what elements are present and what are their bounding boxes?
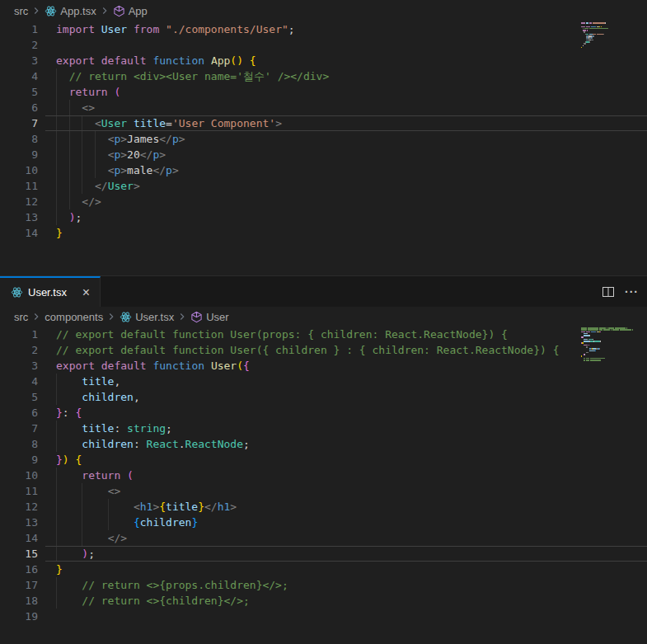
code-line[interactable]: 13 {children}: [0, 515, 647, 530]
indent-guide: [82, 483, 82, 499]
line-number: 8: [0, 131, 38, 147]
code-line[interactable]: 11 <>: [0, 483, 647, 499]
code-line[interactable]: 4 // return <div><User name='철수' /></div…: [0, 68, 647, 84]
code-area[interactable]: 1import User from "./components/User";23…: [0, 21, 647, 241]
minimap[interactable]: [581, 327, 647, 364]
line-number: 7: [0, 115, 38, 131]
line-number: 19: [0, 609, 38, 624]
indent-guide: [69, 162, 70, 178]
chevron-right-icon: [105, 311, 117, 322]
code-line[interactable]: 1import User from "./components/User";: [0, 21, 647, 37]
code-line[interactable]: 19: [0, 609, 647, 624]
code-line[interactable]: 16}: [0, 562, 647, 577]
code-text: <p>James</p>: [0, 131, 647, 147]
code-text: }: [0, 562, 647, 577]
code-line[interactable]: 12 </>: [0, 194, 647, 209]
code-line[interactable]: 3export default function App() {: [0, 53, 647, 68]
line-number: 10: [0, 468, 38, 483]
code-text: title: string;: [0, 421, 647, 436]
code-area[interactable]: 1// export default function User(props: …: [0, 327, 647, 624]
indent-guide: [56, 374, 57, 389]
code-line[interactable]: 10 <p>male</p>: [0, 162, 647, 178]
more-actions-button[interactable]: ···: [625, 285, 639, 298]
breadcrumb-item-src[interactable]: src: [14, 311, 28, 323]
code-line[interactable]: 9}) {: [0, 452, 647, 468]
indent-guide: [56, 421, 57, 436]
tab-user-tsx[interactable]: User.tsx ×: [0, 276, 101, 307]
indent-guide: [69, 100, 70, 115]
minimap-line: [581, 361, 647, 363]
breadcrumb-item-components[interactable]: components: [45, 311, 103, 323]
line-number: 15: [0, 546, 38, 562]
indent-guide: [56, 530, 57, 546]
code-line[interactable]: 8 children: React.ReactNode;: [0, 436, 647, 452]
code-text: }) {: [0, 452, 647, 468]
breadcrumb-item-user-symbol[interactable]: User: [190, 311, 228, 323]
code-line[interactable]: 14}: [0, 225, 647, 241]
line-number: 12: [0, 194, 38, 209]
minimap[interactable]: [581, 22, 647, 49]
code-line[interactable]: 5 return (: [0, 84, 647, 100]
line-number: 4: [0, 374, 38, 389]
breadcrumb-item-user-tsx[interactable]: User.tsx: [120, 311, 174, 323]
symbol-class-icon: [113, 5, 125, 17]
line-number: 14: [0, 530, 38, 546]
breadcrumb-item-src[interactable]: src: [14, 5, 28, 17]
line-number: 1: [0, 327, 38, 342]
indent-guide: [56, 499, 57, 515]
code-text: );: [0, 209, 647, 225]
breadcrumb-item-app-tsx[interactable]: App.tsx: [45, 5, 96, 17]
code-line[interactable]: 9 <p>20</p>: [0, 147, 647, 162]
code-line[interactable]: 1// export default function User(props: …: [0, 327, 647, 342]
code-line[interactable]: 10 return (: [0, 468, 647, 483]
breadcrumb: src components User.tsx User: [0, 307, 647, 327]
indent-guide: [56, 178, 57, 194]
code-line[interactable]: 7 <User title='User Component'>: [0, 115, 647, 131]
code-line[interactable]: 2: [0, 37, 647, 53]
indent-guide: [69, 147, 70, 162]
code-text: </User>: [0, 178, 647, 194]
indent-guide: [56, 115, 57, 131]
indent-guide: [108, 499, 109, 515]
code-line[interactable]: 2// export default function User({ child…: [0, 342, 647, 358]
code-text: <p>male</p>: [0, 162, 647, 178]
symbol-class-icon: [190, 311, 203, 323]
indent-guide: [56, 68, 57, 84]
code-line[interactable]: 3export default function User({: [0, 358, 647, 374]
react-file-icon: [45, 5, 57, 17]
split-editor-button[interactable]: [602, 285, 615, 298]
code-line[interactable]: 8 <p>James</p>: [0, 131, 647, 147]
code-text: export default function User({: [0, 358, 647, 374]
line-number: 12: [0, 499, 38, 515]
code-line[interactable]: 12 <h1>{title}</h1>: [0, 499, 647, 515]
line-number: 3: [0, 358, 38, 374]
line-number: 5: [0, 84, 38, 100]
indent-guide: [56, 389, 57, 405]
indent-guide: [56, 84, 57, 100]
line-number: 8: [0, 436, 38, 452]
code-text: <User title='User Component'>: [0, 115, 647, 131]
code-line[interactable]: 18 // return <>{children}</>;: [0, 593, 647, 609]
code-line[interactable]: 6}: {: [0, 405, 647, 421]
code-line[interactable]: 15 );: [0, 546, 647, 562]
code-text: <p>20</p>: [0, 147, 647, 162]
chevron-right-icon: [30, 311, 42, 322]
close-icon[interactable]: ×: [79, 285, 93, 300]
indent-guide: [56, 577, 57, 593]
code-line[interactable]: 4 title,: [0, 374, 647, 389]
code-line[interactable]: 6 <>: [0, 100, 647, 115]
code-line[interactable]: 7 title: string;: [0, 421, 647, 436]
tab-label: User.tsx: [28, 286, 74, 298]
code-text: }: [0, 225, 647, 241]
line-number: 4: [0, 68, 38, 84]
code-text: return (: [0, 468, 647, 483]
breadcrumb-item-app-symbol[interactable]: App: [113, 5, 148, 17]
code-line[interactable]: 13 );: [0, 209, 647, 225]
code-line[interactable]: 11 </User>: [0, 178, 647, 194]
indent-guide: [56, 546, 57, 562]
code-line[interactable]: 17 // return <>{props.children}</>;: [0, 577, 647, 593]
line-number: 14: [0, 225, 38, 241]
code-line[interactable]: 14 </>: [0, 530, 647, 546]
indent-guide: [56, 515, 57, 530]
code-line[interactable]: 5 children,: [0, 389, 647, 405]
